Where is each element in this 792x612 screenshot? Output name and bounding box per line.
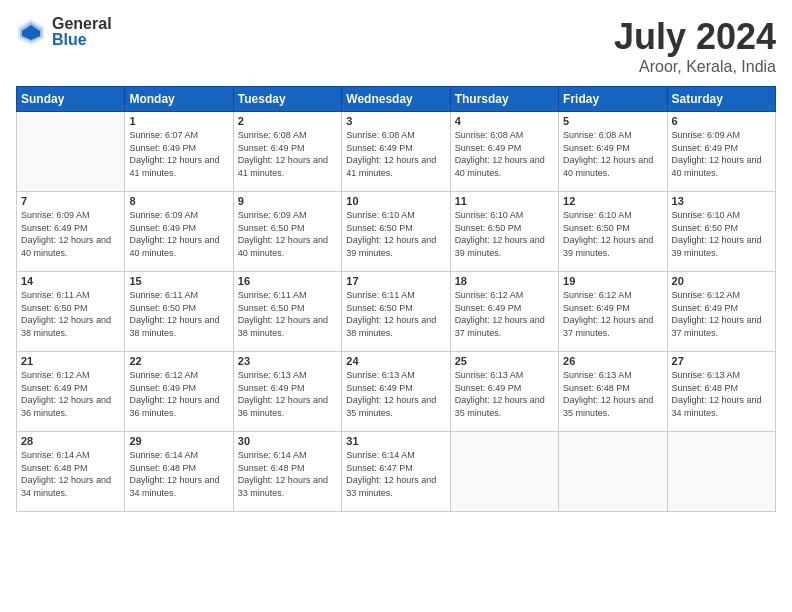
day-info: Sunrise: 6:08 AMSunset: 6:49 PMDaylight:…: [346, 129, 445, 179]
day-number: 29: [129, 435, 228, 447]
calendar-header-row: SundayMondayTuesdayWednesdayThursdayFrid…: [17, 87, 776, 112]
day-info: Sunrise: 6:11 AMSunset: 6:50 PMDaylight:…: [238, 289, 337, 339]
day-number: 9: [238, 195, 337, 207]
calendar-week-1: 1Sunrise: 6:07 AMSunset: 6:49 PMDaylight…: [17, 112, 776, 192]
logo-general-text: General: [52, 16, 112, 32]
day-number: 22: [129, 355, 228, 367]
day-info: Sunrise: 6:08 AMSunset: 6:49 PMDaylight:…: [563, 129, 662, 179]
calendar-cell: 17Sunrise: 6:11 AMSunset: 6:50 PMDayligh…: [342, 272, 450, 352]
day-info: Sunrise: 6:11 AMSunset: 6:50 PMDaylight:…: [129, 289, 228, 339]
day-number: 8: [129, 195, 228, 207]
day-number: 11: [455, 195, 554, 207]
day-number: 21: [21, 355, 120, 367]
day-number: 20: [672, 275, 771, 287]
day-info: Sunrise: 6:09 AMSunset: 6:49 PMDaylight:…: [129, 209, 228, 259]
calendar-header-monday: Monday: [125, 87, 233, 112]
calendar-cell: 24Sunrise: 6:13 AMSunset: 6:49 PMDayligh…: [342, 352, 450, 432]
day-info: Sunrise: 6:12 AMSunset: 6:49 PMDaylight:…: [21, 369, 120, 419]
day-info: Sunrise: 6:10 AMSunset: 6:50 PMDaylight:…: [455, 209, 554, 259]
day-number: 19: [563, 275, 662, 287]
calendar-cell: 9Sunrise: 6:09 AMSunset: 6:50 PMDaylight…: [233, 192, 341, 272]
day-number: 2: [238, 115, 337, 127]
title-block: July 2024 Aroor, Kerala, India: [614, 16, 776, 76]
day-number: 7: [21, 195, 120, 207]
calendar-cell: 16Sunrise: 6:11 AMSunset: 6:50 PMDayligh…: [233, 272, 341, 352]
calendar-cell: 2Sunrise: 6:08 AMSunset: 6:49 PMDaylight…: [233, 112, 341, 192]
day-info: Sunrise: 6:08 AMSunset: 6:49 PMDaylight:…: [238, 129, 337, 179]
day-info: Sunrise: 6:10 AMSunset: 6:50 PMDaylight:…: [563, 209, 662, 259]
calendar-cell: [450, 432, 558, 512]
day-number: 6: [672, 115, 771, 127]
day-info: Sunrise: 6:12 AMSunset: 6:49 PMDaylight:…: [455, 289, 554, 339]
day-info: Sunrise: 6:13 AMSunset: 6:49 PMDaylight:…: [455, 369, 554, 419]
day-number: 14: [21, 275, 120, 287]
day-number: 31: [346, 435, 445, 447]
calendar-cell: 20Sunrise: 6:12 AMSunset: 6:49 PMDayligh…: [667, 272, 775, 352]
day-number: 27: [672, 355, 771, 367]
day-number: 23: [238, 355, 337, 367]
day-info: Sunrise: 6:12 AMSunset: 6:49 PMDaylight:…: [129, 369, 228, 419]
day-info: Sunrise: 6:14 AMSunset: 6:47 PMDaylight:…: [346, 449, 445, 499]
calendar-cell: 7Sunrise: 6:09 AMSunset: 6:49 PMDaylight…: [17, 192, 125, 272]
calendar-week-4: 21Sunrise: 6:12 AMSunset: 6:49 PMDayligh…: [17, 352, 776, 432]
day-info: Sunrise: 6:11 AMSunset: 6:50 PMDaylight:…: [346, 289, 445, 339]
header: General Blue July 2024 Aroor, Kerala, In…: [16, 16, 776, 76]
day-info: Sunrise: 6:14 AMSunset: 6:48 PMDaylight:…: [21, 449, 120, 499]
day-info: Sunrise: 6:08 AMSunset: 6:49 PMDaylight:…: [455, 129, 554, 179]
calendar-week-3: 14Sunrise: 6:11 AMSunset: 6:50 PMDayligh…: [17, 272, 776, 352]
calendar-cell: 26Sunrise: 6:13 AMSunset: 6:48 PMDayligh…: [559, 352, 667, 432]
day-number: 24: [346, 355, 445, 367]
day-number: 30: [238, 435, 337, 447]
day-info: Sunrise: 6:12 AMSunset: 6:49 PMDaylight:…: [672, 289, 771, 339]
calendar-cell: 25Sunrise: 6:13 AMSunset: 6:49 PMDayligh…: [450, 352, 558, 432]
calendar-cell: 22Sunrise: 6:12 AMSunset: 6:49 PMDayligh…: [125, 352, 233, 432]
day-number: 15: [129, 275, 228, 287]
day-number: 1: [129, 115, 228, 127]
logo-icon: [16, 17, 46, 47]
day-info: Sunrise: 6:09 AMSunset: 6:50 PMDaylight:…: [238, 209, 337, 259]
day-info: Sunrise: 6:11 AMSunset: 6:50 PMDaylight:…: [21, 289, 120, 339]
calendar-week-2: 7Sunrise: 6:09 AMSunset: 6:49 PMDaylight…: [17, 192, 776, 272]
day-number: 13: [672, 195, 771, 207]
calendar-header-wednesday: Wednesday: [342, 87, 450, 112]
day-number: 26: [563, 355, 662, 367]
calendar-cell: 5Sunrise: 6:08 AMSunset: 6:49 PMDaylight…: [559, 112, 667, 192]
day-info: Sunrise: 6:13 AMSunset: 6:49 PMDaylight:…: [238, 369, 337, 419]
calendar-cell: 31Sunrise: 6:14 AMSunset: 6:47 PMDayligh…: [342, 432, 450, 512]
day-number: 3: [346, 115, 445, 127]
calendar-cell: 14Sunrise: 6:11 AMSunset: 6:50 PMDayligh…: [17, 272, 125, 352]
day-number: 4: [455, 115, 554, 127]
calendar-cell: 6Sunrise: 6:09 AMSunset: 6:49 PMDaylight…: [667, 112, 775, 192]
calendar-cell: [17, 112, 125, 192]
calendar-cell: [559, 432, 667, 512]
day-number: 25: [455, 355, 554, 367]
calendar-cell: 8Sunrise: 6:09 AMSunset: 6:49 PMDaylight…: [125, 192, 233, 272]
day-number: 5: [563, 115, 662, 127]
calendar-cell: 23Sunrise: 6:13 AMSunset: 6:49 PMDayligh…: [233, 352, 341, 432]
day-info: Sunrise: 6:13 AMSunset: 6:49 PMDaylight:…: [346, 369, 445, 419]
day-info: Sunrise: 6:09 AMSunset: 6:49 PMDaylight:…: [21, 209, 120, 259]
logo-text: General Blue: [52, 16, 112, 48]
calendar-header-sunday: Sunday: [17, 87, 125, 112]
day-number: 12: [563, 195, 662, 207]
day-number: 28: [21, 435, 120, 447]
calendar-cell: 3Sunrise: 6:08 AMSunset: 6:49 PMDaylight…: [342, 112, 450, 192]
logo-blue-text: Blue: [52, 32, 112, 48]
subtitle: Aroor, Kerala, India: [614, 58, 776, 76]
day-info: Sunrise: 6:13 AMSunset: 6:48 PMDaylight:…: [563, 369, 662, 419]
calendar-cell: 1Sunrise: 6:07 AMSunset: 6:49 PMDaylight…: [125, 112, 233, 192]
day-number: 10: [346, 195, 445, 207]
calendar-week-5: 28Sunrise: 6:14 AMSunset: 6:48 PMDayligh…: [17, 432, 776, 512]
calendar-cell: 11Sunrise: 6:10 AMSunset: 6:50 PMDayligh…: [450, 192, 558, 272]
day-number: 16: [238, 275, 337, 287]
calendar-cell: 29Sunrise: 6:14 AMSunset: 6:48 PMDayligh…: [125, 432, 233, 512]
day-number: 18: [455, 275, 554, 287]
calendar-header-friday: Friday: [559, 87, 667, 112]
day-info: Sunrise: 6:14 AMSunset: 6:48 PMDaylight:…: [238, 449, 337, 499]
main-title: July 2024: [614, 16, 776, 58]
calendar-cell: 19Sunrise: 6:12 AMSunset: 6:49 PMDayligh…: [559, 272, 667, 352]
day-info: Sunrise: 6:10 AMSunset: 6:50 PMDaylight:…: [346, 209, 445, 259]
day-info: Sunrise: 6:09 AMSunset: 6:49 PMDaylight:…: [672, 129, 771, 179]
calendar-cell: 13Sunrise: 6:10 AMSunset: 6:50 PMDayligh…: [667, 192, 775, 272]
calendar-table: SundayMondayTuesdayWednesdayThursdayFrid…: [16, 86, 776, 512]
